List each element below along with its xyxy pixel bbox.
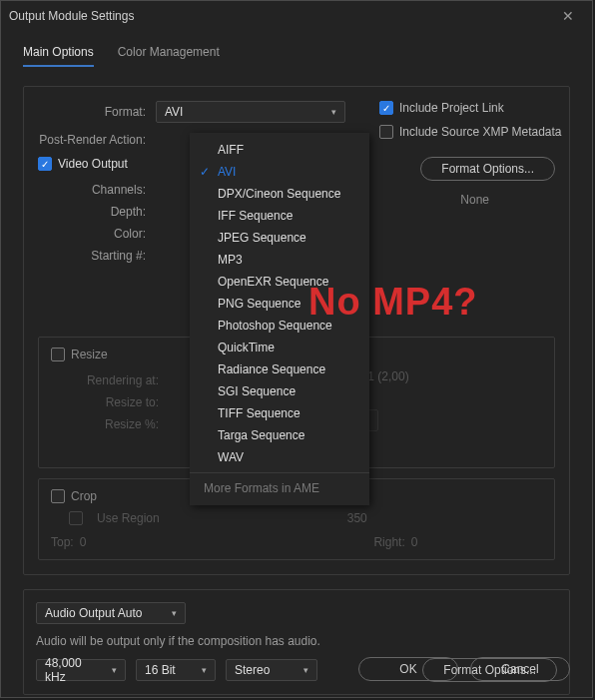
label-starting-num: Starting #: [38, 245, 156, 267]
value-audio-mode: Audio Output Auto [45, 606, 142, 620]
label-audio-note: Audio will be output only if the composi… [36, 634, 557, 648]
format-option-tiff-sequence[interactable]: TIFF Sequence [190, 402, 369, 424]
checkbox-video-output[interactable]: ✓ [38, 157, 52, 171]
select-audio-channels[interactable]: Stereo▾ [226, 659, 317, 681]
label-none: None [460, 193, 555, 207]
annotation-text: No MP4? [308, 281, 478, 324]
format-dropdown-footer[interactable]: More Formats in AME [190, 472, 369, 499]
tab-main-options[interactable]: Main Options [23, 39, 94, 67]
video-labels: Channels: Depth: Color: Starting #: [38, 179, 156, 267]
value-audio-rate: 48,000 kHz [45, 656, 104, 684]
chevron-down-icon: ▾ [331, 107, 336, 117]
format-option-targa-sequence[interactable]: Targa Sequence [190, 424, 369, 446]
format-option-dpx-cineon-sequence[interactable]: DPX/Cineon Sequence [190, 183, 369, 205]
format-option-wav[interactable]: WAV [190, 446, 369, 468]
chevron-down-icon: ▾ [172, 608, 177, 618]
label-crop: Crop [71, 489, 97, 503]
format-option-iff-sequence[interactable]: IFF Sequence [190, 205, 369, 227]
format-options-button[interactable]: Format Options... [420, 157, 555, 181]
label-video-output: Video Output [58, 157, 128, 171]
main-panel: Format: AVI ▾ Post-Render Action: ✓ Incl… [23, 86, 570, 575]
label-post-render: Post-Render Action: [38, 133, 156, 147]
value-right: 0 [411, 535, 418, 549]
ok-button[interactable]: OK [358, 657, 458, 681]
titlebar: Output Module Settings ✕ [1, 1, 592, 31]
checkbox-include-xmp[interactable] [379, 125, 393, 139]
value-top: 0 [80, 535, 87, 549]
select-audio-rate[interactable]: 48,000 kHz▾ [36, 659, 126, 681]
label-color: Color: [38, 223, 156, 245]
label-resize: Resize [71, 348, 108, 361]
value-final-width: 350 [347, 511, 367, 525]
format-option-avi[interactable]: AVI [190, 161, 369, 183]
select-audio-depth[interactable]: 16 Bit▾ [136, 659, 216, 681]
label-depth: Depth: [38, 201, 156, 223]
footer-buttons: OK Cancel [358, 657, 570, 681]
cancel-button[interactable]: Cancel [470, 657, 570, 681]
value-audio-channels: Stereo [235, 663, 270, 677]
label-include-xmp: Include Source XMP Metadata [399, 125, 562, 139]
label-channels: Channels: [38, 179, 156, 201]
checkbox-use-region[interactable] [69, 511, 83, 525]
label-format: Format: [38, 105, 156, 119]
label-resize-to: Resize to: [51, 391, 169, 413]
video-format-options-wrap: Format Options... None [420, 157, 555, 207]
select-format-value: AVI [165, 105, 183, 119]
format-option-jpeg-sequence[interactable]: JPEG Sequence [190, 227, 369, 249]
checkbox-include-project-link[interactable]: ✓ [379, 101, 393, 115]
chevron-down-icon: ▾ [303, 665, 308, 675]
format-option-mp3[interactable]: MP3 [190, 249, 369, 271]
format-option-quicktime[interactable]: QuickTime [190, 337, 369, 358]
tab-color-management[interactable]: Color Management [118, 39, 220, 67]
dialog-window: Output Module Settings ✕ Main Options Co… [0, 0, 593, 698]
label-include-project-link: Include Project Link [399, 101, 504, 115]
format-option-radiance-sequence[interactable]: Radiance Sequence [190, 358, 369, 380]
chevron-down-icon: ▾ [202, 665, 207, 675]
format-option-sgi-sequence[interactable]: SGI Sequence [190, 380, 369, 402]
select-format[interactable]: AVI ▾ [156, 101, 345, 123]
label-right: Right: [373, 535, 404, 549]
label-rendering-at: Rendering at: [51, 369, 169, 391]
label-resize-pct: Resize %: [51, 413, 169, 435]
checkbox-crop[interactable] [51, 489, 65, 503]
chevron-down-icon: ▾ [112, 665, 117, 675]
format-option-aiff[interactable]: AIFF [190, 139, 369, 161]
label-use-region: Use Region [97, 511, 160, 525]
window-title: Output Module Settings [9, 9, 134, 23]
right-options: ✓ Include Project Link Include Source XM… [379, 101, 562, 139]
tabs: Main Options Color Management [23, 39, 570, 68]
select-audio-output-mode[interactable]: Audio Output Auto ▾ [36, 602, 186, 624]
label-top: Top: [51, 535, 74, 549]
value-audio-depth: 16 Bit [145, 663, 176, 677]
close-icon[interactable]: ✕ [552, 1, 584, 31]
content-area: Main Options Color Management Format: AV… [1, 31, 592, 695]
checkbox-resize[interactable] [51, 348, 65, 361]
